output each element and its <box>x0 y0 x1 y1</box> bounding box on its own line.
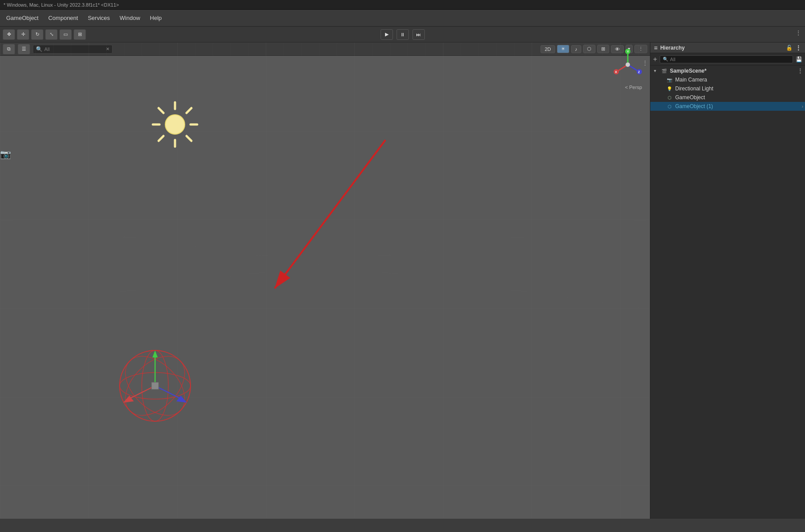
scene-view[interactable]: ⧉ ☰ 🔍 ✕ 2D ☀ ♪ ⬡ ⊞ 👁 ▾ ⋮ <box>0 43 650 519</box>
gameobject-label: GameObject <box>675 94 705 101</box>
hierarchy-item-gameobject-1[interactable]: ⬡ GameObject (1) › <box>650 102 805 111</box>
scene-three-dots[interactable]: ⋮ <box>795 67 805 74</box>
svg-rect-26 <box>152 382 159 389</box>
hand-tool-btn[interactable]: ✥ <box>3 29 15 40</box>
scale-tool-btn[interactable]: ⤡ <box>45 29 58 40</box>
transform-tool-btn[interactable]: ⊞ <box>74 29 86 40</box>
rotate-tool-btn[interactable]: ↻ <box>31 29 43 40</box>
svg-point-36 <box>626 62 630 67</box>
svg-text:X: X <box>615 70 617 74</box>
light-icon: 💡 <box>666 85 673 92</box>
hierarchy-item-gameobject[interactable]: ⬡ GameObject <box>650 93 805 102</box>
main-camera-label: Main Camera <box>675 77 707 83</box>
hierarchy-menu-icon: ≡ <box>654 44 657 51</box>
svg-line-12 <box>159 136 163 141</box>
toolbar-dots-icon[interactable]: ⋮ <box>795 29 801 36</box>
menu-services[interactable]: Services <box>83 13 114 23</box>
hierarchy-add-btn[interactable]: + <box>653 55 657 63</box>
toolbar-left: ✥ ✛ ↻ ⤡ ▭ ⊞ <box>0 29 89 40</box>
pause-button[interactable]: ⏸ <box>397 29 409 40</box>
hierarchy-search-box[interactable]: 🔍 <box>660 55 793 63</box>
hierarchy-header-icons: 🔓 ⋮ <box>786 44 801 51</box>
transform-gizmo[interactable] <box>111 342 199 430</box>
hierarchy-search-input[interactable] <box>670 57 790 62</box>
svg-point-4 <box>165 115 185 134</box>
play-button[interactable]: ▶ <box>381 29 393 40</box>
toolbar-more: ⋮ <box>795 29 801 36</box>
hierarchy-toolbar: + 🔍 💾 <box>650 53 805 66</box>
menu-help[interactable]: Help <box>145 13 166 23</box>
svg-line-11 <box>187 108 191 113</box>
play-controls: ▶ ⏸ ⏭ <box>381 29 425 40</box>
hierarchy-save-icon[interactable]: 💾 <box>796 56 802 62</box>
svg-rect-1 <box>0 43 650 519</box>
menu-bar: GameObject Component Services Window Hel… <box>0 10 805 27</box>
hierarchy-more-icon[interactable]: ⋮ <box>795 44 801 51</box>
hierarchy-item-directional-light[interactable]: 💡 Directional Light <box>650 84 805 93</box>
gameobject-1-expand[interactable]: › <box>802 104 803 109</box>
gameobject-1-icon: ⬡ <box>666 103 673 109</box>
hierarchy-scene-root[interactable]: ▾ 🎬 SampleScene* ⋮ <box>650 66 805 75</box>
persp-label: < Persp <box>625 85 642 90</box>
scene-grid <box>0 43 650 519</box>
directional-light-label: Directional Light <box>675 85 713 92</box>
scene-annotation-dots[interactable]: ⋮ <box>642 59 648 66</box>
hierarchy-panel: ≡ Hierarchy 🔓 ⋮ + 🔍 💾 ▾ 🎬 SampleScene* <box>650 43 805 519</box>
gameobject-icon: ⬡ <box>666 94 673 101</box>
main-layout: ⧉ ☰ 🔍 ✕ 2D ☀ ♪ ⬡ ⊞ 👁 ▾ ⋮ <box>0 43 805 519</box>
svg-line-9 <box>159 108 163 113</box>
svg-marker-21 <box>152 350 158 357</box>
svg-marker-23 <box>123 396 134 403</box>
scene-camera-icon: 📷 <box>0 149 11 159</box>
camera-icon: 📷 <box>666 77 673 83</box>
scene-name: SampleScene* <box>670 68 707 74</box>
rect-tool-btn[interactable]: ▭ <box>59 29 72 40</box>
hierarchy-lock-icon[interactable]: 🔓 <box>786 45 793 51</box>
title-bar: * Windows, Mac, Linux - Unity 2022.3.8f1… <box>0 0 805 10</box>
hierarchy-item-main-camera[interactable]: 📷 Main Camera <box>650 75 805 84</box>
gameobject-1-label: GameObject (1) <box>675 103 713 109</box>
menu-gameobject[interactable]: GameObject <box>2 13 43 23</box>
svg-text:Z: Z <box>638 70 640 74</box>
move-tool-btn[interactable]: ✛ <box>17 29 29 40</box>
scene-expand-arrow: ▾ <box>654 69 659 73</box>
step-button[interactable]: ⏭ <box>412 29 425 40</box>
hierarchy-search-icon: 🔍 <box>663 57 668 62</box>
menu-component[interactable]: Component <box>44 13 82 23</box>
sun-directional-light <box>151 100 199 149</box>
svg-text:Y: Y <box>627 50 629 53</box>
main-toolbar: ✥ ✛ ↻ ⤡ ▭ ⊞ ▶ ⏸ ⏭ ⋮ <box>0 27 805 43</box>
hierarchy-content: ▾ 🎬 SampleScene* ⋮ 📷 Main Camera 💡 Direc… <box>650 66 805 519</box>
svg-line-10 <box>187 136 191 141</box>
hierarchy-title: Hierarchy <box>660 45 684 51</box>
title-text: * Windows, Mac, Linux - Unity 2022.3.8f1… <box>4 2 119 8</box>
scene-orientation-gizmo[interactable]: Y X Z <box>610 47 646 82</box>
svg-marker-25 <box>176 396 187 403</box>
menu-window[interactable]: Window <box>115 13 144 23</box>
scene-icon: 🎬 <box>661 68 667 74</box>
hierarchy-header: ≡ Hierarchy 🔓 ⋮ <box>650 43 805 53</box>
